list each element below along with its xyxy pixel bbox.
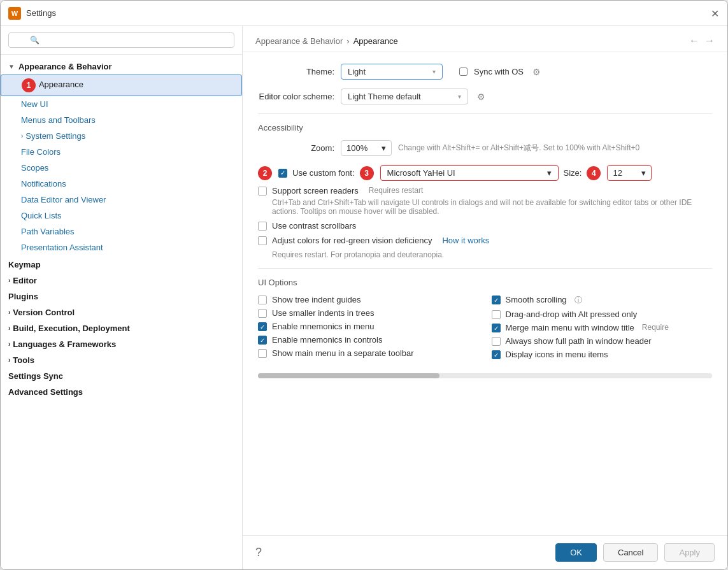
sidebar-item-appearance-behavior[interactable]: ▼ Appearance & Behavior [1, 59, 242, 75]
gear-icon-theme[interactable]: ⚙ [532, 67, 541, 77]
sidebar-item-quick-lists[interactable]: Quick Lists [1, 208, 242, 224]
drag-drop-checkbox[interactable] [492, 310, 501, 319]
cancel-button[interactable]: Cancel [603, 543, 658, 562]
sidebar-item-tools[interactable]: › Tools [1, 352, 242, 368]
support-readers-hint: Requires restart [369, 186, 423, 195]
divider-1 [258, 113, 712, 114]
close-button[interactable]: ✕ [711, 9, 720, 18]
use-custom-font-label: Use custom font: [292, 168, 355, 178]
sidebar-item-advanced-settings[interactable]: Advanced Settings [1, 384, 242, 400]
theme-dropdown[interactable]: Light ▾ [341, 64, 443, 80]
merge-main-menu-checkbox[interactable] [492, 324, 501, 332]
display-icons-row: Display icons in menu items [492, 350, 713, 359]
size-dropdown[interactable]: 12 ▾ [607, 165, 652, 181]
scrollbar-thumb [258, 373, 439, 378]
search-wrap [8, 32, 234, 48]
sync-os-label: Sync with OS [474, 67, 524, 76]
adjust-colors-row: Adjust colors for red-green vision defic… [258, 236, 712, 245]
use-custom-font-row: 2 Use custom font: 3 Microsoft YaHei UI … [258, 165, 712, 181]
contrast-scrollbars-checkbox[interactable] [258, 222, 267, 231]
sidebar-item-scopes[interactable]: Scopes [1, 160, 242, 176]
zoom-value: 100% [346, 143, 368, 153]
sidebar-item-languages[interactable]: › Languages & Frameworks [1, 336, 242, 352]
smooth-scrolling-checkbox[interactable] [492, 296, 501, 304]
sidebar-item-settings-sync[interactable]: Settings Sync [1, 368, 242, 384]
chevron-down-icon: ▼ [8, 63, 15, 70]
contrast-scrollbars-label: Use contrast scrollbars [272, 221, 356, 231]
support-readers-row: Support screen readers Requires restart [258, 186, 712, 196]
merge-main-menu-row: Merge main menu with window title Requir… [492, 323, 713, 332]
sidebar-section-label: Appearance & Behavior [18, 62, 112, 71]
sidebar-item-plugins[interactable]: Plugins [1, 289, 242, 304]
sync-os-checkbox[interactable] [459, 68, 467, 76]
sidebar-item-data-editor[interactable]: Data Editor and Viewer [1, 192, 242, 208]
always-show-path-label: Always show full path in window header [506, 336, 652, 346]
sidebar-item-new-ui[interactable]: New UI [1, 96, 242, 112]
sidebar-item-build[interactable]: › Build, Execution, Deployment [1, 320, 242, 336]
requires-restart-hint: Requires restart. For protanopia and deu… [272, 250, 712, 259]
sidebar-item-version-control[interactable]: › Version Control [1, 304, 242, 320]
sidebar-item-notifications[interactable]: Notifications [1, 176, 242, 192]
enable-mnemonics-controls-checkbox[interactable] [258, 336, 267, 345]
show-main-menu-label: Show main menu in a separate toolbar [272, 348, 414, 358]
app-icon: W [8, 7, 21, 20]
enable-mnemonics-controls-label: Enable mnemonics in controls [272, 335, 382, 345]
divider-2 [258, 268, 712, 269]
drag-drop-label: Drag-and-drop with Alt pressed only [506, 310, 638, 319]
chevron-down-icon-size: ▾ [641, 168, 646, 178]
font-value: Microsoft YaHei UI [387, 168, 455, 178]
support-readers-checkbox[interactable] [258, 187, 267, 196]
use-custom-font-checkbox[interactable] [278, 169, 287, 178]
apply-button[interactable]: Apply [664, 543, 715, 562]
gear-icon-color[interactable]: ⚙ [477, 92, 485, 102]
info-icon[interactable]: ⓘ [575, 295, 582, 306]
sidebar-item-system-settings[interactable]: › System Settings [1, 128, 242, 144]
chevron-right-icon-tools: › [8, 357, 10, 364]
merge-require-hint: Require [642, 323, 669, 332]
sidebar-item-menus-toolbars[interactable]: Menus and Toolbars [1, 112, 242, 128]
content-header: Appearance & Behavior › Appearance ← → [243, 26, 727, 52]
font-dropdown[interactable]: Microsoft YaHei UI ▾ [380, 165, 559, 181]
smaller-indents-label: Use smaller indents in trees [272, 308, 374, 318]
enable-mnemonics-menu-row: Enable mnemonics in menu [258, 322, 479, 331]
sidebar-item-file-colors[interactable]: File Colors [1, 144, 242, 160]
display-icons-label: Display icons in menu items [506, 350, 608, 359]
ok-button[interactable]: OK [555, 543, 597, 562]
nav-tree: ▼ Appearance & Behavior 1 Appearance New… [1, 55, 242, 569]
adjust-colors-checkbox[interactable] [258, 236, 267, 245]
nav-section-appearance-behavior: ▼ Appearance & Behavior 1 Appearance New… [1, 59, 242, 255]
always-show-path-checkbox[interactable] [492, 337, 501, 346]
ui-options-label: UI Options [258, 278, 712, 287]
sidebar-item-appearance[interactable]: 1 Appearance [1, 75, 242, 96]
breadcrumb-current: Appearance [353, 36, 398, 46]
show-tree-indent-checkbox[interactable] [258, 296, 267, 304]
back-arrow-button[interactable]: ← [689, 35, 699, 46]
horizontal-scrollbar[interactable] [258, 373, 712, 378]
how-it-works-link[interactable]: How it works [442, 236, 489, 245]
show-main-menu-checkbox[interactable] [258, 349, 267, 358]
sidebar-item-keymap[interactable]: Keymap [1, 257, 242, 273]
chevron-down-icon-color: ▾ [458, 93, 461, 100]
nav-arrows: ← → [689, 35, 715, 46]
sidebar-item-editor[interactable]: › Editor [1, 273, 242, 289]
help-icon[interactable]: ? [255, 546, 262, 559]
main-content: ▼ Appearance & Behavior 1 Appearance New… [1, 26, 727, 569]
sidebar-item-presentation-assistant[interactable]: Presentation Assistant [1, 239, 242, 255]
enable-mnemonics-menu-checkbox[interactable] [258, 322, 267, 331]
ui-options-right: Smooth scrolling ⓘ Drag-and-drop with Al… [492, 295, 713, 363]
content-panel: Appearance & Behavior › Appearance ← → T… [243, 26, 727, 569]
breadcrumb-parent: Appearance & Behavior [255, 36, 343, 46]
ui-options-grid: Show tree indent guides Use smaller inde… [258, 295, 712, 363]
smaller-indents-checkbox[interactable] [258, 309, 267, 318]
search-input[interactable] [8, 32, 234, 48]
editor-color-dropdown[interactable]: Light Theme default ▾ [341, 89, 468, 104]
badge-3: 3 [360, 166, 374, 180]
display-icons-checkbox[interactable] [492, 350, 501, 359]
forward-arrow-button[interactable]: → [704, 35, 715, 46]
sidebar-item-path-variables[interactable]: Path Variables [1, 224, 242, 239]
always-show-path-row: Always show full path in window header [492, 336, 713, 346]
theme-label: Theme: [258, 67, 334, 76]
zoom-hint: Change with Alt+Shift+= or Alt+Shift+减号.… [398, 143, 639, 153]
drag-drop-row: Drag-and-drop with Alt pressed only [492, 310, 713, 319]
zoom-dropdown[interactable]: 100% ▾ [341, 140, 392, 156]
